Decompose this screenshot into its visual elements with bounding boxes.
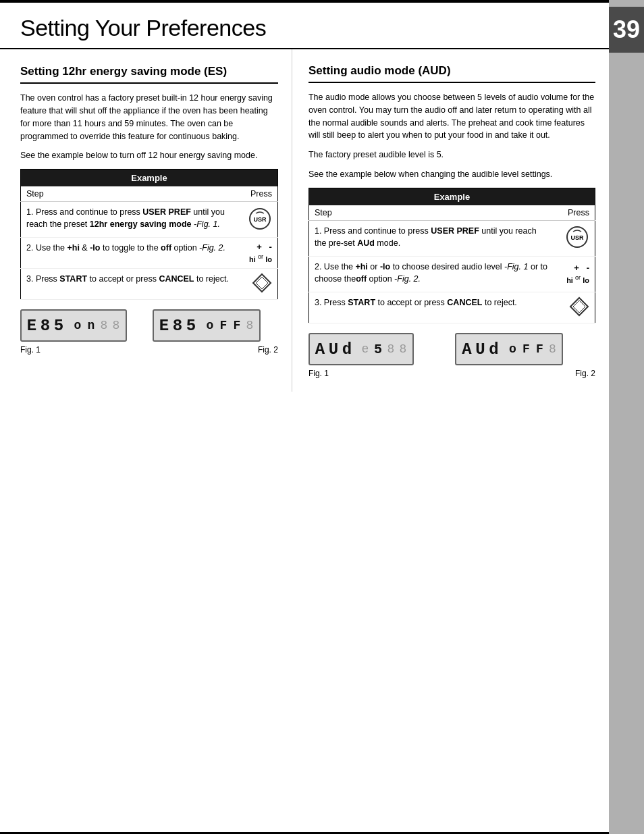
svg-text:USR: USR xyxy=(570,234,584,241)
left-fig1-label: Fig. 1 xyxy=(20,345,146,355)
right-fig2: A U d o F F 8 Fig. 2 xyxy=(455,333,595,378)
right-step-3-text: 3. Press START to accept or press CANCEL… xyxy=(308,292,554,323)
right-sidebar: 39 xyxy=(609,0,644,834)
right-fig2-display: A U d o F F 8 xyxy=(455,333,563,365)
left-fig2: E 8 5 o F F 8 Fig. 2 xyxy=(153,309,278,355)
left-step-3-press xyxy=(237,269,277,300)
left-step-2: 2. Use the +hi & -lo to toggle to the of… xyxy=(21,238,278,269)
left-step-1-text: 1. Press and continue to press USER PREF… xyxy=(21,202,238,238)
left-example-header: Example xyxy=(21,170,278,187)
left-fig1: E 8 5 o n 8 8 Fig. 1 xyxy=(20,309,146,355)
left-step-2-text: 2. Use the +hi & -lo to toggle to the of… xyxy=(21,238,238,269)
left-column: Setting 12hr energy saving mode (ES) The… xyxy=(0,49,292,392)
right-step-2-press: + - hi or lo xyxy=(554,256,595,292)
start-icon-left xyxy=(252,273,272,293)
left-step-3: 3. Press START to accept or press CANCEL… xyxy=(21,269,278,300)
right-fig1-label: Fig. 1 xyxy=(308,369,449,378)
right-col-press: Press xyxy=(554,205,595,221)
two-column-layout: Setting 12hr energy saving mode (ES) The… xyxy=(0,49,609,392)
right-example-table: Example Step Press 1. Press and continue… xyxy=(308,188,595,324)
right-fig2-label: Fig. 2 xyxy=(455,369,595,378)
right-step-1-press: USR xyxy=(554,220,595,256)
right-body-3: See the example below when changing the … xyxy=(308,168,595,181)
right-step-1-text: 1. Press and continue to press USER PREF… xyxy=(308,220,554,256)
left-figures: E 8 5 o n 8 8 Fig. 1 E 8 xyxy=(20,309,278,355)
right-step-3: 3. Press START to accept or press CANCEL… xyxy=(308,292,595,323)
left-example-table: Example Step Press 1. Press and continue… xyxy=(20,169,278,300)
right-body-1: The audio mode allows you choose between… xyxy=(308,91,595,142)
right-body-2: The factory preset audible level is 5. xyxy=(308,149,595,161)
left-body-2: See the example below to turn off 12 hou… xyxy=(20,149,278,162)
right-section-title: Setting audio mode (AUD) xyxy=(308,64,595,83)
right-column: Setting audio mode (AUD) The audio mode … xyxy=(292,49,609,392)
right-fig1-display: A U d e 5 8 8 xyxy=(308,333,414,365)
left-fig2-display: E 8 5 o F F 8 xyxy=(153,309,261,342)
left-step-1-press: USR xyxy=(237,202,277,238)
left-fig2-label: Fig. 2 xyxy=(153,345,278,355)
right-step-3-press xyxy=(554,292,595,323)
right-example-header: Example xyxy=(308,188,595,205)
left-step-3-text: 3. Press START to accept or press CANCEL… xyxy=(21,269,238,300)
right-step-2: 2. Use the +hi or -lo to choose desired … xyxy=(308,256,595,292)
user-pref-icon-right: USR xyxy=(565,225,589,249)
left-step-2-press: + - hi or lo xyxy=(237,238,277,269)
left-body-1: The oven control has a factory preset bu… xyxy=(20,92,278,142)
page-header: Setting Your Preferences xyxy=(0,3,609,49)
main-content: Setting Your Preferences Setting 12hr en… xyxy=(0,0,609,392)
left-step-1: 1. Press and continue to press USER PREF… xyxy=(21,202,278,238)
right-figures: A U d e 5 8 8 Fig. 1 A U xyxy=(308,333,595,378)
page-number: 39 xyxy=(609,7,644,53)
right-col-step: Step xyxy=(308,205,554,221)
left-col-press: Press xyxy=(237,186,277,202)
left-col-step: Step xyxy=(21,186,238,202)
right-fig1: A U d e 5 8 8 Fig. 1 xyxy=(308,333,449,378)
left-fig1-display: E 8 5 o n 8 8 xyxy=(20,309,127,342)
left-section-title: Setting 12hr energy saving mode (ES) xyxy=(20,64,278,84)
user-pref-icon: USR xyxy=(248,207,272,231)
page-title: Setting Your Preferences xyxy=(20,15,266,41)
right-step-1: 1. Press and continue to press USER PREF… xyxy=(308,220,595,256)
svg-text:USR: USR xyxy=(253,216,267,223)
right-step-2-text: 2. Use the +hi or -lo to choose desired … xyxy=(308,256,554,292)
start-icon-right xyxy=(569,296,589,317)
